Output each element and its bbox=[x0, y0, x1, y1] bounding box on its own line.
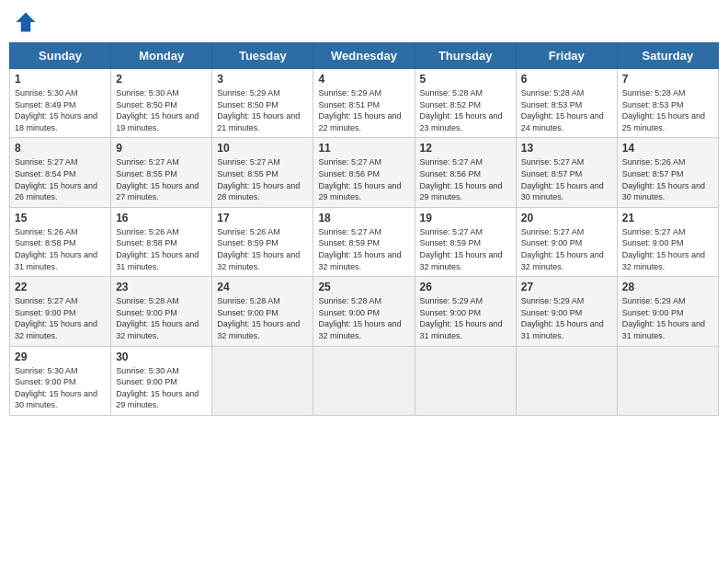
day-info: Sunrise: 5:27 AMSunset: 8:55 PMDaylight:… bbox=[116, 156, 207, 202]
calendar-cell: 25Sunrise: 5:28 AMSunset: 9:00 PMDayligh… bbox=[313, 277, 415, 346]
day-number: 12 bbox=[420, 142, 511, 155]
calendar-week-4: 22Sunrise: 5:27 AMSunset: 9:00 PMDayligh… bbox=[10, 277, 719, 346]
calendar-cell: 15Sunrise: 5:26 AMSunset: 8:58 PMDayligh… bbox=[10, 207, 111, 276]
day-number: 22 bbox=[15, 281, 106, 293]
day-number: 5 bbox=[420, 73, 511, 86]
day-number: 4 bbox=[318, 73, 409, 86]
day-number: 9 bbox=[116, 142, 207, 155]
day-number: 19 bbox=[420, 212, 511, 224]
logo-icon bbox=[13, 9, 39, 35]
day-number: 15 bbox=[15, 212, 106, 224]
day-info: Sunrise: 5:26 AMSunset: 8:57 PMDaylight:… bbox=[622, 156, 713, 202]
col-header-friday: Friday bbox=[516, 43, 617, 69]
calendar-cell: 24Sunrise: 5:28 AMSunset: 9:00 PMDayligh… bbox=[212, 277, 313, 346]
calendar-week-5: 29Sunrise: 5:30 AMSunset: 9:00 PMDayligh… bbox=[10, 346, 719, 415]
calendar-cell: 4Sunrise: 5:29 AMSunset: 8:51 PMDaylight… bbox=[313, 69, 415, 138]
col-header-sunday: Sunday bbox=[10, 43, 111, 69]
day-info: Sunrise: 5:27 AMSunset: 8:56 PMDaylight:… bbox=[420, 156, 511, 202]
day-number: 14 bbox=[622, 142, 713, 155]
calendar-cell bbox=[313, 346, 415, 415]
logo bbox=[13, 9, 42, 35]
calendar-cell: 5Sunrise: 5:28 AMSunset: 8:52 PMDaylight… bbox=[415, 69, 516, 138]
calendar-cell: 9Sunrise: 5:27 AMSunset: 8:55 PMDaylight… bbox=[111, 138, 212, 207]
calendar-week-2: 8Sunrise: 5:27 AMSunset: 8:54 PMDaylight… bbox=[10, 138, 719, 207]
calendar-cell bbox=[415, 346, 516, 415]
calendar-cell: 16Sunrise: 5:26 AMSunset: 8:58 PMDayligh… bbox=[111, 207, 212, 276]
calendar-cell bbox=[617, 346, 718, 415]
day-info: Sunrise: 5:27 AMSunset: 8:56 PMDaylight:… bbox=[318, 156, 409, 202]
day-number: 10 bbox=[217, 142, 308, 155]
day-info: Sunrise: 5:30 AMSunset: 8:49 PMDaylight:… bbox=[15, 87, 106, 133]
day-info: Sunrise: 5:29 AMSunset: 8:51 PMDaylight:… bbox=[318, 87, 409, 133]
calendar-cell: 23Sunrise: 5:28 AMSunset: 9:00 PMDayligh… bbox=[111, 277, 212, 346]
calendar-cell: 13Sunrise: 5:27 AMSunset: 8:57 PMDayligh… bbox=[516, 138, 617, 207]
col-header-thursday: Thursday bbox=[415, 43, 516, 69]
calendar-cell: 28Sunrise: 5:29 AMSunset: 9:00 PMDayligh… bbox=[617, 277, 718, 346]
day-number: 7 bbox=[622, 73, 713, 86]
calendar-cell: 2Sunrise: 5:30 AMSunset: 8:50 PMDaylight… bbox=[111, 69, 212, 138]
day-info: Sunrise: 5:28 AMSunset: 9:00 PMDaylight:… bbox=[318, 295, 409, 341]
day-number: 21 bbox=[622, 212, 713, 224]
calendar-cell bbox=[516, 346, 617, 415]
calendar-cell: 20Sunrise: 5:27 AMSunset: 9:00 PMDayligh… bbox=[516, 207, 617, 276]
col-header-tuesday: Tuesday bbox=[212, 43, 313, 69]
calendar-cell: 22Sunrise: 5:27 AMSunset: 9:00 PMDayligh… bbox=[10, 277, 111, 346]
day-info: Sunrise: 5:27 AMSunset: 8:59 PMDaylight:… bbox=[318, 226, 409, 272]
calendar-cell: 1Sunrise: 5:30 AMSunset: 8:49 PMDaylight… bbox=[10, 69, 111, 138]
day-number: 6 bbox=[521, 73, 612, 86]
calendar-cell: 14Sunrise: 5:26 AMSunset: 8:57 PMDayligh… bbox=[617, 138, 718, 207]
col-header-wednesday: Wednesday bbox=[313, 43, 415, 69]
day-info: Sunrise: 5:29 AMSunset: 9:00 PMDaylight:… bbox=[420, 295, 511, 341]
calendar-cell: 27Sunrise: 5:29 AMSunset: 9:00 PMDayligh… bbox=[516, 277, 617, 346]
day-info: Sunrise: 5:27 AMSunset: 9:00 PMDaylight:… bbox=[15, 295, 106, 341]
day-info: Sunrise: 5:26 AMSunset: 8:59 PMDaylight:… bbox=[217, 226, 308, 272]
day-number: 26 bbox=[420, 281, 511, 293]
calendar-cell: 19Sunrise: 5:27 AMSunset: 8:59 PMDayligh… bbox=[415, 207, 516, 276]
day-number: 2 bbox=[116, 73, 207, 86]
day-number: 11 bbox=[318, 142, 409, 155]
day-number: 28 bbox=[622, 281, 713, 293]
day-info: Sunrise: 5:29 AMSunset: 8:50 PMDaylight:… bbox=[217, 87, 308, 133]
calendar-cell: 17Sunrise: 5:26 AMSunset: 8:59 PMDayligh… bbox=[212, 207, 313, 276]
day-info: Sunrise: 5:28 AMSunset: 9:00 PMDaylight:… bbox=[116, 295, 207, 341]
day-info: Sunrise: 5:30 AMSunset: 9:00 PMDaylight:… bbox=[15, 365, 106, 411]
day-number: 20 bbox=[521, 212, 612, 224]
page-header bbox=[9, 9, 719, 35]
day-info: Sunrise: 5:28 AMSunset: 8:53 PMDaylight:… bbox=[622, 87, 713, 133]
day-number: 18 bbox=[318, 212, 409, 224]
day-info: Sunrise: 5:29 AMSunset: 9:00 PMDaylight:… bbox=[521, 295, 612, 341]
day-number: 30 bbox=[116, 350, 207, 363]
day-info: Sunrise: 5:27 AMSunset: 8:55 PMDaylight:… bbox=[217, 156, 308, 202]
calendar-cell: 30Sunrise: 5:30 AMSunset: 9:00 PMDayligh… bbox=[111, 346, 212, 415]
day-info: Sunrise: 5:30 AMSunset: 9:00 PMDaylight:… bbox=[116, 365, 207, 411]
day-info: Sunrise: 5:30 AMSunset: 8:50 PMDaylight:… bbox=[116, 87, 207, 133]
day-number: 24 bbox=[217, 281, 308, 293]
day-info: Sunrise: 5:28 AMSunset: 9:00 PMDaylight:… bbox=[217, 295, 308, 341]
day-number: 25 bbox=[318, 281, 409, 293]
day-number: 27 bbox=[521, 281, 612, 293]
calendar-cell: 3Sunrise: 5:29 AMSunset: 8:50 PMDaylight… bbox=[212, 69, 313, 138]
calendar-cell: 18Sunrise: 5:27 AMSunset: 8:59 PMDayligh… bbox=[313, 207, 415, 276]
calendar-cell bbox=[212, 346, 313, 415]
svg-marker-0 bbox=[17, 13, 36, 32]
day-info: Sunrise: 5:27 AMSunset: 9:00 PMDaylight:… bbox=[622, 226, 713, 272]
day-info: Sunrise: 5:27 AMSunset: 9:00 PMDaylight:… bbox=[521, 226, 612, 272]
day-number: 16 bbox=[116, 212, 207, 224]
calendar-cell: 6Sunrise: 5:28 AMSunset: 8:53 PMDaylight… bbox=[516, 69, 617, 138]
calendar-week-1: 1Sunrise: 5:30 AMSunset: 8:49 PMDaylight… bbox=[10, 69, 719, 138]
day-info: Sunrise: 5:29 AMSunset: 9:00 PMDaylight:… bbox=[622, 295, 713, 341]
day-number: 29 bbox=[15, 350, 106, 363]
day-number: 17 bbox=[217, 212, 308, 224]
day-number: 3 bbox=[217, 73, 308, 86]
calendar-week-3: 15Sunrise: 5:26 AMSunset: 8:58 PMDayligh… bbox=[10, 207, 719, 276]
calendar-cell: 12Sunrise: 5:27 AMSunset: 8:56 PMDayligh… bbox=[415, 138, 516, 207]
calendar-cell: 26Sunrise: 5:29 AMSunset: 9:00 PMDayligh… bbox=[415, 277, 516, 346]
calendar-cell: 7Sunrise: 5:28 AMSunset: 8:53 PMDaylight… bbox=[617, 69, 718, 138]
col-header-monday: Monday bbox=[111, 43, 212, 69]
calendar-cell: 21Sunrise: 5:27 AMSunset: 9:00 PMDayligh… bbox=[617, 207, 718, 276]
day-info: Sunrise: 5:28 AMSunset: 8:52 PMDaylight:… bbox=[420, 87, 511, 133]
day-info: Sunrise: 5:26 AMSunset: 8:58 PMDaylight:… bbox=[116, 226, 207, 272]
day-info: Sunrise: 5:27 AMSunset: 8:59 PMDaylight:… bbox=[420, 226, 511, 272]
day-info: Sunrise: 5:27 AMSunset: 8:57 PMDaylight:… bbox=[521, 156, 612, 202]
calendar-cell: 10Sunrise: 5:27 AMSunset: 8:55 PMDayligh… bbox=[212, 138, 313, 207]
